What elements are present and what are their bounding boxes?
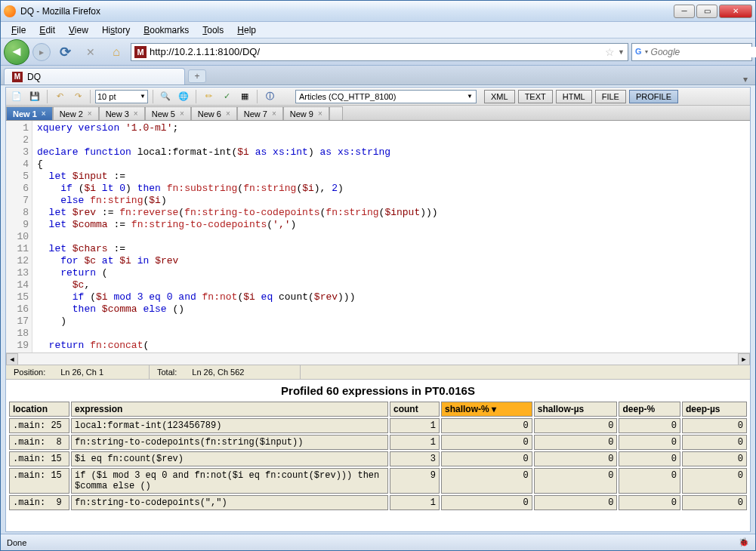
font-size-value: 10 pt [97,92,116,101]
close-tab-icon[interactable]: × [180,109,184,118]
menu-history[interactable]: History [96,23,136,37]
menubar: File Edit View History Bookmarks Tools H… [1,22,755,38]
code-editor[interactable]: 1 2 3 4 5 6 7 8 9 10 11 12 13 14 15 16 1… [6,121,750,352]
text-button[interactable]: TEXT [518,90,553,103]
editor-tab[interactable]: New 6× [191,106,237,120]
menu-tools[interactable]: Tools [196,23,230,37]
close-tab-icon[interactable]: × [226,109,230,118]
maximize-button[interactable]: ▭ [696,5,717,18]
scroll-track[interactable] [18,353,738,365]
column-header[interactable]: shallow-% ▾ [441,402,532,417]
dropdown-icon: ▼ [467,93,473,100]
total-value: Ln 26, Ch 562 [192,368,244,377]
close-tab-icon[interactable]: × [272,109,276,118]
close-tab-icon[interactable]: × [42,109,46,118]
table-row[interactable]: .main: 15if ($i mod 3 eq 0 and fn:not($i… [9,468,747,494]
profile-button[interactable]: PROFILE [629,90,678,103]
datasource-select[interactable]: Articles (CQ_HTTP_8100) ▼ [295,90,477,103]
menu-edit[interactable]: Edit [33,23,61,37]
close-tab-icon[interactable]: × [134,109,138,118]
editor-tabbar: New 1×New 2×New 3×New 5×New 6×New 7×New … [6,106,750,121]
back-button[interactable]: ◄ [4,39,29,65]
new-file-icon[interactable]: 📄 [9,89,24,104]
profile-table: locationexpressioncountshallow-% ▾shallo… [8,400,748,512]
search-box[interactable]: G ▾ 🔍 [631,43,752,61]
results-title: Profiled 60 expressions in PT0.016S [8,381,748,400]
document-icon[interactable]: ▦ [237,89,252,104]
menu-view[interactable]: View [63,23,94,37]
xml-button[interactable]: XML [484,90,515,103]
close-button[interactable]: ✕ [719,5,752,18]
save-icon[interactable]: 💾 [27,89,42,104]
status-text: Done [7,538,26,547]
table-row[interactable]: .main: 8fn:string-to-codepoints(fn:strin… [9,435,747,450]
undo-icon[interactable]: ↶ [52,89,67,104]
column-header[interactable]: shallow-µs [534,402,618,417]
font-size-select[interactable]: 10 pt ▼ [95,90,148,103]
help-icon[interactable]: ⓘ [262,89,277,104]
position-label: Position: [14,368,45,377]
column-header[interactable]: deep-% [619,402,680,417]
editor-status: Position: Ln 26, Ch 1 Total: Ln 26, Ch 5… [6,365,750,380]
stop-button[interactable]: ✕ [79,41,102,63]
titlebar: DQ - Mozilla Firefox ─ ▭ ✕ [1,1,755,22]
column-header[interactable]: location [9,402,69,417]
dropdown-icon: ▼ [140,93,146,100]
column-header[interactable]: expression [71,402,388,417]
table-row[interactable]: .main: 9fn:string-to-codepoints(",")1000… [9,495,747,510]
firefox-window: DQ - Mozilla Firefox ─ ▭ ✕ File Edit Vie… [0,0,756,551]
google-icon: G [635,47,642,57]
bookmark-star-icon[interactable]: ☆ [605,46,615,58]
dq-toolbar: 📄 💾 ↶ ↷ 10 pt ▼ 🔍 🌐 ✏ ✓ ▦ ⓘ Articles (CQ… [6,88,750,106]
url-text: http://10.2.1.11:8100/DQ/ [150,46,602,57]
browser-statusbar: Done 🐞 [1,534,755,550]
horizontal-scrollbar[interactable]: ◄ ► [6,352,750,365]
new-editor-tab-button[interactable] [329,106,343,120]
scroll-right-icon[interactable]: ► [738,353,750,365]
file-button[interactable]: FILE [595,90,626,103]
menu-bookmarks[interactable]: Bookmarks [137,23,195,37]
editor-tab[interactable]: New 7× [237,106,283,120]
position-value: Ln 26, Ch 1 [60,368,103,377]
scroll-left-icon[interactable]: ◄ [6,353,18,365]
new-tab-button[interactable]: + [188,69,206,83]
sort-desc-icon: ▾ [492,404,496,414]
browser-tabbar: M DQ + ▾ [1,66,755,85]
editor-tab[interactable]: New 2× [53,106,99,120]
editor-tab[interactable]: New 1× [6,106,53,120]
browser-tab[interactable]: M DQ [4,68,185,85]
url-bar[interactable]: M http://10.2.1.11:8100/DQ/ ☆ ▼ [131,43,628,61]
editor-tab[interactable]: New 3× [99,106,145,120]
minimize-button[interactable]: ─ [674,5,695,18]
reload-button[interactable]: ⟳ [54,41,76,63]
window-title: DQ - Mozilla Firefox [20,6,674,17]
firebug-icon[interactable]: 🐞 [739,537,749,547]
editor-tab[interactable]: New 5× [145,106,191,120]
close-tab-icon[interactable]: × [318,109,322,118]
search-dropdown-icon[interactable]: ▾ [645,48,648,55]
column-header[interactable]: count [390,402,440,417]
forward-button[interactable]: ▸ [32,43,51,61]
url-dropdown-icon[interactable]: ▼ [618,48,625,56]
table-row[interactable]: .main: 15$i eq fn:count($rev)30000 [9,451,747,466]
total-label: Total: [157,368,177,377]
datasource-value: Articles (CQ_HTTP_8100) [299,92,396,101]
tab-site-icon: M [12,72,23,82]
redo-icon[interactable]: ↷ [70,89,85,104]
home-button[interactable]: ⌂ [105,41,128,63]
navbar: ◄ ▸ ⟳ ✕ ⌂ M http://10.2.1.11:8100/DQ/ ☆ … [1,38,755,66]
menu-file[interactable]: File [5,23,32,37]
check-icon[interactable]: ✓ [219,89,234,104]
column-header[interactable]: deep-µs [682,402,747,417]
globe-icon[interactable]: 🌐 [176,89,191,104]
table-row[interactable]: .main: 25local:format-int(123456789)1000… [9,418,747,433]
tab-list-button[interactable]: ▾ [739,74,752,85]
code-area[interactable]: xquery version '1.0-ml'; declare functio… [32,121,750,352]
menu-help[interactable]: Help [231,23,262,37]
find-icon[interactable]: 🔍 [158,89,173,104]
highlight-icon[interactable]: ✏ [201,89,216,104]
close-tab-icon[interactable]: × [88,109,92,118]
editor-tab[interactable]: New 9× [283,106,329,120]
html-button[interactable]: HTML [556,90,592,103]
search-input[interactable] [651,47,756,57]
